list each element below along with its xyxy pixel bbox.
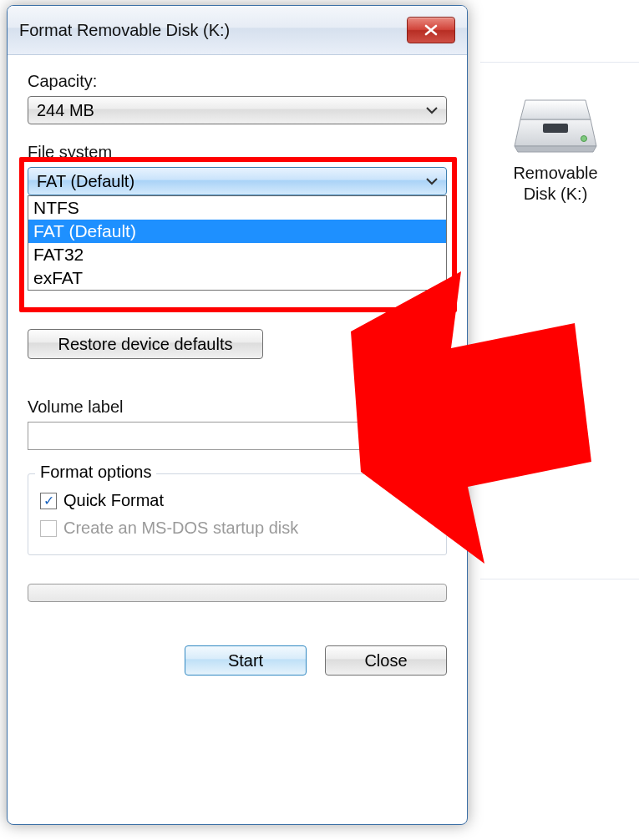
capacity-value: 244 MB [37, 101, 94, 120]
format-options-group: Format options ✓ Quick Format Create an … [28, 473, 447, 555]
quick-format-row[interactable]: ✓ Quick Format [40, 491, 434, 510]
chevron-down-icon [426, 106, 438, 114]
capacity-dropdown[interactable]: 244 MB [28, 96, 447, 124]
drive-label-line2: Disk (K:) [493, 184, 618, 205]
start-button-label: Start [228, 651, 263, 670]
filesystem-option-fat32[interactable]: FAT32 [28, 243, 446, 266]
restore-defaults-label: Restore device defaults [58, 335, 232, 354]
filesystem-option-fat[interactable]: FAT (Default) [28, 220, 446, 243]
dialog-title: Format Removable Disk (K:) [19, 21, 407, 40]
msdos-checkbox [40, 520, 57, 537]
drive-label-line1: Removable [493, 163, 618, 184]
chevron-down-icon [426, 177, 438, 185]
drive-item-removable-k[interactable]: Removable Disk (K:) [493, 96, 618, 205]
quick-format-checkbox[interactable]: ✓ [40, 493, 57, 509]
capacity-label: Capacity: [28, 72, 447, 91]
filesystem-label: File system [28, 143, 447, 162]
format-progress [28, 584, 447, 602]
explorer-divider [480, 579, 639, 579]
svg-marker-1 [515, 146, 596, 152]
close-button[interactable]: Close [325, 645, 447, 676]
check-icon: ✓ [43, 494, 54, 508]
msdos-row: Create an MS-DOS startup disk [40, 519, 434, 538]
svg-rect-3 [543, 124, 568, 133]
filesystem-listbox[interactable]: NTFS FAT (Default) FAT32 exFAT [28, 195, 447, 291]
format-dialog: Format Removable Disk (K:) Capacity: 244… [7, 5, 468, 825]
volume-label-label: Volume label [28, 397, 447, 417]
svg-marker-2 [520, 100, 591, 119]
volume-label-input[interactable] [28, 422, 447, 450]
quick-format-label: Quick Format [63, 491, 164, 510]
close-button-label: Close [364, 651, 407, 670]
titlebar[interactable]: Format Removable Disk (K:) [8, 6, 467, 55]
close-icon [423, 24, 439, 36]
close-window-button[interactable] [407, 17, 455, 43]
filesystem-dropdown[interactable]: FAT (Default) [28, 167, 447, 195]
filesystem-option-exfat[interactable]: exFAT [28, 266, 446, 290]
restore-defaults-button[interactable]: Restore device defaults [28, 329, 263, 359]
explorer-divider [480, 62, 639, 63]
msdos-label: Create an MS-DOS startup disk [63, 519, 298, 538]
format-options-title: Format options [35, 463, 156, 482]
filesystem-option-ntfs[interactable]: NTFS [28, 196, 446, 220]
svg-point-4 [581, 136, 587, 142]
start-button[interactable]: Start [185, 645, 307, 676]
filesystem-value: FAT (Default) [37, 172, 134, 191]
removable-disk-icon [514, 96, 597, 154]
